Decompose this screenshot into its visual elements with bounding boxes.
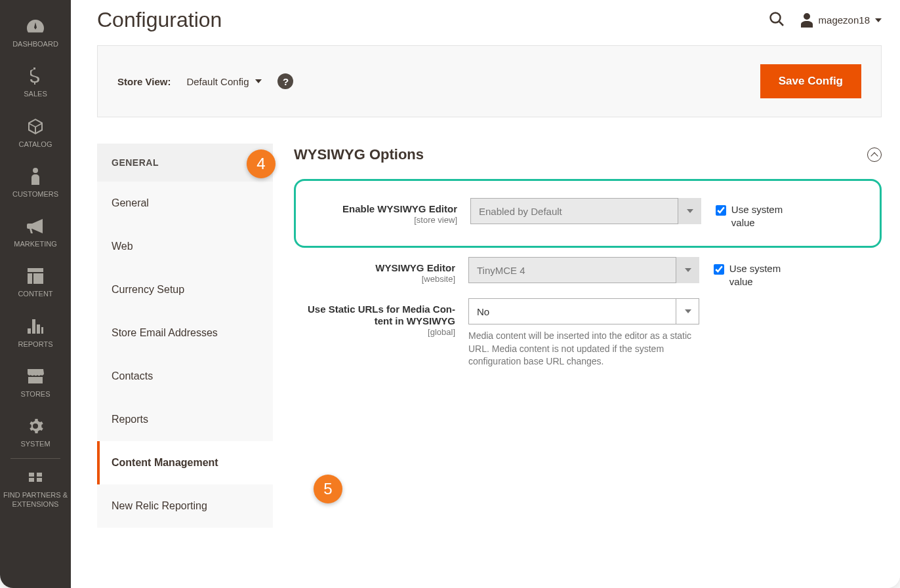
nav-label: DASHBOARD [12, 39, 58, 49]
static-urls-select[interactable]: No [468, 298, 699, 324]
gear-icon [26, 417, 45, 435]
store-view-select[interactable]: Default Config [186, 76, 262, 87]
row-static-urls: Use Static URLs for Media Con­tent in WY… [294, 293, 882, 374]
field-label: Enable WYSIWYG Editor [342, 203, 457, 214]
sidebar-item-newrelic[interactable]: New Relic Reporting [97, 484, 273, 528]
row-input: TinyMCE 4 [468, 257, 699, 283]
nav-label: CATALOG [19, 140, 52, 149]
nav-item-content[interactable]: CONTENT [0, 258, 71, 307]
use-system-checkbox-enable[interactable] [716, 205, 726, 216]
nav-item-system[interactable]: SYSTEM [0, 408, 71, 458]
top-actions: magezon18 [769, 11, 882, 29]
field-label: WYSIWYG Editor [375, 262, 455, 273]
store-view-label: Store View: [117, 76, 171, 87]
store-view-left: Store View: Default Config ? [117, 73, 293, 89]
user-name: magezon18 [819, 14, 870, 26]
sidebar-group-label: GENERAL [112, 157, 159, 168]
nav-label: SALES [24, 89, 47, 98]
panel-head: WYSIWYG Options [294, 144, 882, 179]
nav-item-marketing[interactable]: MARKETING [0, 208, 71, 258]
sidebar-item-general[interactable]: General [97, 182, 273, 225]
chevron-down-icon [255, 79, 262, 83]
nav-item-catalog[interactable]: CATALOG [0, 108, 71, 158]
select-wrap: Enabled by Default [470, 198, 701, 224]
field-scope: [website] [294, 274, 455, 284]
nav-label: FIND PARTNERS & EXTENSIONS [3, 490, 68, 509]
nav-item-customers[interactable]: CUSTOMERS [0, 158, 71, 208]
row-check: Use system value [699, 257, 798, 288]
store-view-value: Default Config [186, 76, 249, 87]
row-wysiwyg-editor: WYSIWYG Editor [website] TinyMCE 4 Use s… [294, 252, 882, 293]
select-wrap: No [468, 298, 699, 324]
main: Configuration magezon18 Store View: Defa… [71, 0, 900, 588]
use-system-checkbox-editor[interactable] [714, 264, 724, 275]
field-scope: [store view] [296, 215, 457, 225]
content: GENERAL General Web Currency Setup Store… [97, 144, 882, 528]
blocks-icon [26, 468, 45, 486]
nav-label: CUSTOMERS [12, 189, 58, 199]
sidebar-item-currency[interactable]: Currency Setup [97, 268, 273, 311]
layout-icon [26, 267, 45, 285]
panel-title: WYSIWYG Options [294, 146, 424, 163]
dashboard-icon [26, 17, 45, 35]
highlight-box: Enable WYSIWYG Editor [store view] Enabl… [294, 179, 882, 248]
cube-icon [26, 117, 45, 136]
page-title: Configuration [97, 8, 222, 32]
svg-point-0 [770, 12, 780, 22]
nav-label: STORES [20, 389, 50, 399]
sidebar-item-web[interactable]: Web [97, 225, 273, 268]
sidebar-item-content-management[interactable]: Content Management [97, 441, 273, 484]
store-view-bar: Store View: Default Config ? Save Config [97, 45, 882, 117]
chevron-down-icon [875, 18, 882, 22]
storefront-icon [26, 367, 45, 385]
use-system-label[interactable]: Use system value [731, 203, 800, 229]
topbar: Configuration magezon18 [71, 0, 900, 40]
sidebar-item-reports[interactable]: Reports [97, 398, 273, 441]
nav-label: MARKETING [14, 239, 56, 248]
nav-label: CONTENT [18, 289, 52, 298]
fieldset: Enable WYSIWYG Editor [store view] Enabl… [294, 179, 882, 374]
wysiwyg-editor-select[interactable]: TinyMCE 4 [468, 257, 699, 283]
help-icon[interactable]: ? [277, 73, 293, 89]
row-label: WYSIWYG Editor [website] [294, 257, 468, 284]
nav-label: REPORTS [18, 340, 53, 349]
user-menu[interactable]: magezon18 [800, 13, 882, 28]
wysiwyg-panel: WYSIWYG Options Enable WYSIWYG Editor [s… [294, 144, 882, 528]
save-config-button[interactable]: Save Config [760, 64, 861, 98]
annotation-badge-5: 5 [314, 475, 342, 503]
nav-item-stores[interactable]: STORES [0, 358, 71, 408]
field-label: Use Static URLs for Media Con­tent in WY… [308, 304, 455, 326]
field-scope: [global] [294, 327, 455, 337]
use-system-label[interactable]: Use system value [729, 262, 798, 288]
enable-wysiwyg-select[interactable]: Enabled by Default [470, 198, 701, 224]
bars-icon [26, 317, 45, 336]
row-label: Use Static URLs for Media Con­tent in WY… [294, 298, 468, 337]
collapse-toggle[interactable] [867, 147, 882, 162]
config-sidebar: GENERAL General Web Currency Setup Store… [97, 144, 273, 528]
nav-item-dashboard[interactable]: DASHBOARD [0, 8, 71, 58]
megaphone-icon [26, 217, 45, 235]
nav-label: SYSTEM [20, 439, 50, 448]
nav-item-partners[interactable]: FIND PARTNERS & EXTENSIONS [0, 459, 71, 519]
search-icon[interactable] [769, 11, 785, 29]
annotation-badge-4: 4 [247, 149, 276, 178]
admin-nav: DASHBOARD SALES CATALOG CUSTOMERS MARKET… [0, 0, 71, 588]
user-icon [800, 13, 813, 28]
row-enable-wysiwyg: Enable WYSIWYG Editor [store view] Enabl… [296, 193, 873, 234]
person-icon [26, 167, 45, 186]
nav-item-reports[interactable]: REPORTS [0, 308, 71, 358]
nav-item-sales[interactable]: SALES [0, 58, 71, 108]
sidebar-item-store-email[interactable]: Store Email Addresses [97, 311, 273, 355]
row-label: Enable WYSIWYG Editor [store view] [296, 198, 470, 225]
field-hint: Media content will be inserted into the … [468, 324, 699, 368]
row-input: No Media content will be inserted into t… [468, 298, 699, 368]
sidebar-item-contacts[interactable]: Contacts [97, 355, 273, 398]
svg-line-1 [779, 22, 783, 26]
select-wrap: TinyMCE 4 [468, 257, 699, 283]
row-input: Enabled by Default [470, 198, 701, 224]
dollar-icon [26, 67, 45, 85]
row-check: Use system value [701, 198, 800, 229]
